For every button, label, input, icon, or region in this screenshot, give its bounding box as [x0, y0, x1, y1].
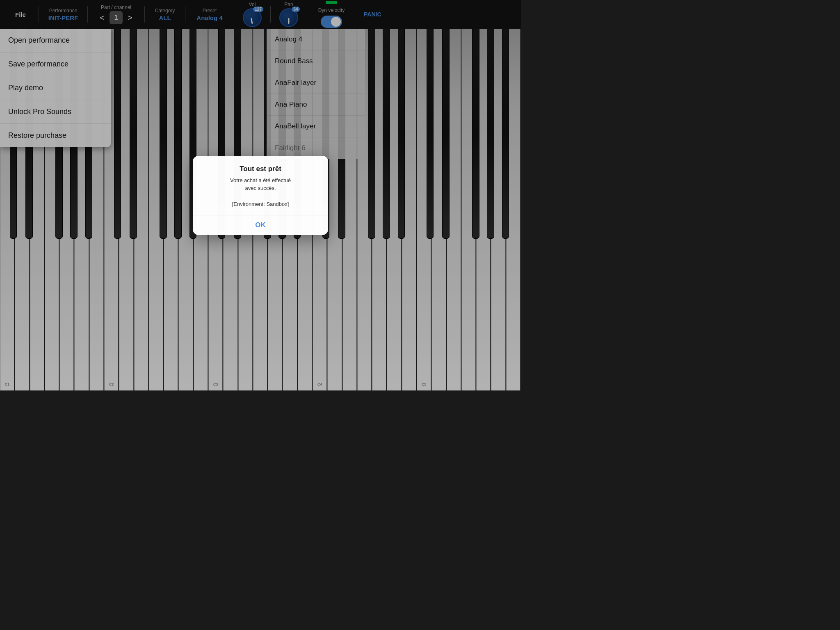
alert-ok-button[interactable]: OK [193, 215, 328, 235]
alert-title: Tout est prêt [201, 165, 320, 173]
alert-env-note: [Environment: Sandbox] [232, 201, 289, 207]
alert-message: Votre achat a été effectuéavec succès. [… [201, 176, 320, 208]
alert-body: Tout est prêt Votre achat a été effectué… [193, 156, 328, 215]
alert-message-text: Votre achat a été effectuéavec succès. [230, 177, 291, 192]
alert-buttons: OK [193, 215, 328, 235]
alert-dialog: Tout est prêt Votre achat a été effectué… [193, 156, 328, 235]
dialog-overlay: Tout est prêt Votre achat a été effectué… [0, 0, 521, 390]
